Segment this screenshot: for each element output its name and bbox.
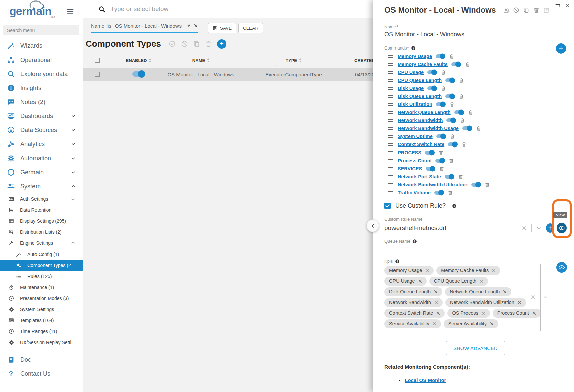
chevron-down-icon[interactable]	[71, 113, 77, 119]
delete-command-icon[interactable]	[468, 110, 473, 115]
kpi-chip[interactable]: Network Queue Length	[445, 287, 511, 296]
remove-kpi-icon[interactable]	[436, 311, 440, 315]
command-toggle[interactable]	[445, 175, 454, 179]
sidebar-item-display-settings-295[interactable]: Display Settings (295)	[0, 215, 83, 226]
drag-handle-icon[interactable]	[388, 55, 393, 58]
disable-icon[interactable]	[513, 7, 519, 13]
copy-icon[interactable]	[193, 40, 200, 47]
collapse-panel-button[interactable]	[366, 219, 379, 232]
delete-command-icon[interactable]	[438, 150, 444, 155]
command-toggle[interactable]	[448, 142, 457, 146]
command-toggle[interactable]	[436, 102, 445, 106]
sidebar-item-analytics[interactable]: Analytics	[0, 137, 83, 151]
pin-icon[interactable]	[186, 23, 191, 28]
sidebar-item-notes-2[interactable]: Notes (2)	[0, 95, 83, 109]
command-link[interactable]: Memory Usage	[398, 54, 432, 59]
drag-handle-icon[interactable]	[388, 71, 393, 74]
sidebar-item-dashboards[interactable]: Dashboards	[0, 109, 83, 123]
save-filter-button[interactable]: SAVE	[208, 23, 236, 33]
sidebar-item-data-retention[interactable]: Data Retention	[0, 204, 83, 215]
chevron-up-icon[interactable]	[71, 184, 77, 189]
command-toggle[interactable]	[471, 183, 480, 187]
drag-handle-icon[interactable]	[388, 191, 393, 194]
remove-kpi-icon[interactable]	[425, 268, 429, 273]
drag-handle-icon[interactable]	[388, 111, 393, 114]
sidebar-item-system-settings[interactable]: System Settings	[0, 304, 83, 315]
command-link[interactable]: Traffic Volume	[398, 190, 431, 195]
chevron-down-icon[interactable]	[71, 197, 77, 201]
remove-kpi-icon[interactable]	[503, 290, 507, 294]
delete-command-icon[interactable]	[449, 102, 455, 107]
related-component-link[interactable]: Local OS Monitor	[405, 377, 446, 383]
remove-kpi-icon[interactable]	[532, 311, 536, 315]
command-link[interactable]: SERVICES	[398, 166, 422, 171]
chevron-down-icon[interactable]	[71, 170, 77, 175]
command-toggle[interactable]	[445, 78, 454, 82]
chevron-down-icon[interactable]	[71, 127, 77, 133]
kpi-chip[interactable]: Network Bandwidth	[384, 298, 443, 307]
command-link[interactable]: Memory Cache Faults	[398, 62, 448, 67]
command-toggle[interactable]	[446, 118, 455, 122]
delete-command-icon[interactable]	[441, 86, 446, 91]
close-icon[interactable]	[565, 3, 570, 8]
remove-kpi-icon[interactable]	[432, 322, 437, 326]
view-rule-button[interactable]	[557, 223, 567, 233]
clear-custom-rule-icon[interactable]	[522, 226, 527, 231]
sidebar-item-templates-164[interactable]: Templates (164)	[0, 315, 83, 326]
command-toggle[interactable]	[436, 54, 445, 58]
sidebar-item-doc[interactable]: Doc	[0, 353, 83, 367]
show-advanced-button[interactable]: SHOW ADVANCED	[446, 341, 505, 355]
add-command-button[interactable]: +	[556, 43, 566, 54]
delete-command-icon[interactable]	[476, 126, 481, 131]
sidebar-item-data-sources[interactable]: Data Sources	[0, 123, 83, 137]
command-toggle[interactable]	[451, 62, 460, 66]
drag-handle-icon[interactable]	[388, 95, 393, 98]
disable-selected-icon[interactable]	[181, 40, 188, 47]
row-checkbox[interactable]	[95, 72, 100, 77]
kpi-chip[interactable]: CPU Queue Length	[429, 277, 488, 286]
kpi-chip[interactable]: OS Process	[447, 309, 490, 318]
enabled-toggle[interactable]	[132, 71, 145, 77]
save-icon[interactable]	[503, 7, 509, 13]
enable-selected-icon[interactable]	[169, 40, 176, 47]
command-toggle[interactable]	[436, 134, 445, 138]
command-toggle[interactable]	[454, 110, 463, 114]
command-toggle[interactable]	[434, 191, 443, 195]
command-toggle[interactable]	[425, 151, 434, 155]
kpi-chip[interactable]: Service Availability	[384, 319, 441, 328]
sort-icon[interactable]	[299, 58, 302, 62]
chevron-down-icon[interactable]	[71, 141, 77, 147]
command-toggle[interactable]	[462, 126, 472, 130]
command-link[interactable]: System Uptime	[398, 134, 433, 139]
drag-handle-icon[interactable]	[388, 103, 393, 106]
delete-command-icon[interactable]	[449, 158, 454, 163]
delete-command-icon[interactable]	[459, 94, 464, 99]
chevron-down-icon[interactable]	[71, 156, 77, 161]
command-link[interactable]: Network Port State	[398, 174, 441, 179]
command-link[interactable]: Network Queue Length	[398, 110, 451, 115]
delete-command-icon[interactable]	[439, 166, 444, 171]
clear-filter-button[interactable]: CLEAR	[238, 23, 263, 33]
sidebar-item-automation[interactable]: Automation	[0, 151, 83, 165]
command-link[interactable]: Process Count	[398, 158, 432, 163]
command-toggle[interactable]	[427, 86, 436, 90]
command-toggle[interactable]	[427, 70, 436, 74]
trash-icon[interactable]	[533, 7, 540, 13]
column-header-type[interactable]: TYPE	[286, 58, 302, 63]
delete-command-icon[interactable]	[448, 190, 453, 195]
drag-handle-icon[interactable]	[388, 87, 393, 90]
kpi-chip[interactable]: Server Availability	[444, 319, 498, 328]
add-rule-button[interactable]: +	[546, 223, 555, 233]
custom-rule-input[interactable]: powershell-metrics.drl	[384, 223, 508, 233]
delete-command-icon[interactable]	[450, 134, 455, 139]
sort-icon[interactable]	[149, 58, 151, 62]
delete-command-icon[interactable]	[461, 142, 467, 147]
delete-command-icon[interactable]	[441, 70, 446, 75]
chevron-up-icon[interactable]	[71, 241, 77, 246]
germain-logo[interactable]: germainux	[9, 5, 56, 18]
column-resize-handle-icon[interactable]	[274, 63, 278, 67]
queue-name-input[interactable]	[384, 247, 567, 254]
command-link[interactable]: Network Bandwidth Usage	[398, 126, 459, 131]
sidebar-item-presentation-modes-3[interactable]: Presentation Modes (3)	[0, 293, 83, 304]
delete-command-icon[interactable]	[459, 78, 464, 83]
